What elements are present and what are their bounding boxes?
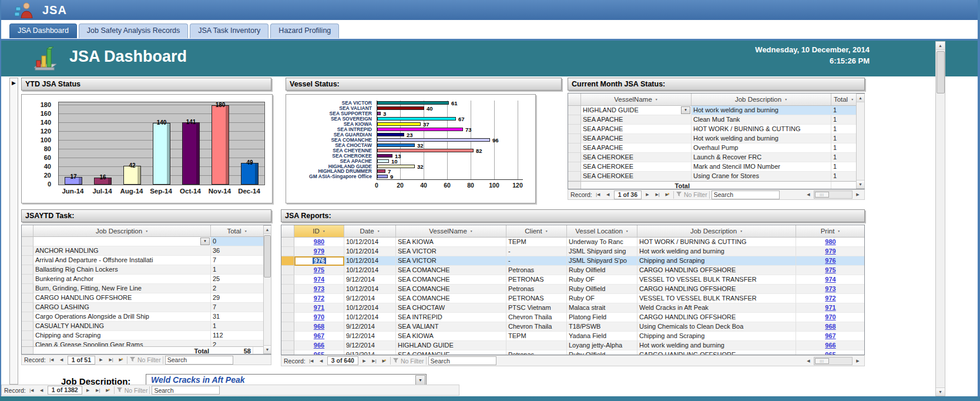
table-row[interactable]: 97010/12/2014SEA INTREPIDChevron ThailaP… [281, 313, 864, 322]
new-record-button[interactable]: ▶* [380, 357, 388, 365]
vessel-location-cell[interactable]: Ruby OF [567, 294, 637, 303]
hscroll-left-button[interactable]: ◀ [804, 357, 813, 365]
print-link[interactable]: 965 [825, 351, 835, 355]
vesselname-cell[interactable]: SEA COMANCHE [396, 285, 506, 294]
row-selector[interactable] [568, 134, 581, 143]
date-cell[interactable]: 9/12/2014 [344, 350, 396, 355]
job-description-cell[interactable]: VESSEL TO VESSEL BULK TRANSFER [637, 275, 796, 285]
hscroll-thumb[interactable]: ||| [815, 192, 829, 198]
job-description-cell[interactable]: CARGO HANDLING OFFSHORE [637, 266, 796, 275]
search-input[interactable] [711, 191, 780, 199]
scroll-down-button[interactable]: ▼ [857, 180, 864, 188]
client-cell[interactable]: TEPM [506, 238, 567, 247]
vesselname-cell[interactable]: SEA CHEROKEE [581, 162, 692, 172]
id-link[interactable]: 975 [314, 266, 324, 273]
job-description-cell[interactable]: Chipping and Scraping [637, 256, 796, 266]
total-cell[interactable]: 1 [831, 134, 857, 143]
column-header-vesselname[interactable]: VesselName▼ [396, 225, 506, 237]
id-link[interactable]: 974 [314, 276, 324, 283]
vesselname-cell[interactable]: SEA COMANCHE [396, 294, 506, 303]
row-selector[interactable] [568, 162, 581, 172]
id-cell[interactable]: 980 [294, 238, 344, 247]
client-cell[interactable]: Chevron Thaila [506, 322, 567, 332]
vesselname-cell[interactable]: SEA KIOWA [396, 332, 506, 341]
search-input[interactable] [428, 356, 496, 365]
row-selector[interactable] [281, 285, 294, 294]
filter-arrow-icon[interactable]: ▼ [655, 98, 658, 101]
client-cell[interactable] [506, 341, 567, 350]
print-link[interactable]: 976 [825, 257, 835, 264]
vesselname-cell[interactable]: HIGHLAND GUIDE▼ [581, 106, 692, 115]
date-cell[interactable]: 10/12/2014 [344, 303, 396, 313]
print-link[interactable]: 967 [825, 332, 835, 339]
vessel-location-cell[interactable]: Platong Field [567, 313, 637, 322]
date-cell[interactable]: 10/12/2014 [344, 285, 396, 294]
date-cell[interactable]: 10/12/2014 [344, 313, 396, 322]
row-selector[interactable] [281, 247, 294, 256]
row-selector[interactable] [22, 293, 33, 303]
total-cell[interactable]: 31 [211, 312, 264, 322]
job-description-cell[interactable]: HOT WORK / BURNING & CUTTING [637, 238, 796, 247]
id-link[interactable]: 972 [314, 295, 324, 302]
column-header-job-description[interactable]: Job Description▼ [33, 225, 211, 236]
print-link[interactable]: 975 [825, 266, 835, 273]
vesselname-cell[interactable]: HIGHLAND GUIDE [396, 341, 506, 350]
vesselname-cell[interactable]: SEA APACHE [581, 125, 692, 134]
print-link[interactable]: 968 [825, 323, 835, 330]
vesselname-cell[interactable]: SEA KIOWA [396, 238, 506, 247]
date-cell[interactable]: 10/12/2014 [344, 247, 396, 256]
job-description-cell[interactable]: Chipping and Scraping [33, 331, 211, 340]
date-cell[interactable]: 10/12/2014 [344, 256, 396, 266]
id-cell[interactable]: 965 [294, 350, 344, 355]
id-cell[interactable]: 973 [294, 285, 344, 294]
id-link[interactable]: 980 [314, 238, 324, 245]
hscroll-left-button[interactable]: ◀ [804, 191, 813, 199]
table-row[interactable]: CASUALTY HANDLING1 [22, 322, 271, 331]
row-selector[interactable] [568, 115, 581, 125]
job-description-cell[interactable]: Arrival And Departure - Offshore Install… [33, 256, 211, 265]
date-cell[interactable]: 9/12/2014 [344, 322, 396, 332]
print-cell[interactable]: 974 [796, 275, 864, 285]
row-selector[interactable] [281, 238, 294, 247]
job-description-cell[interactable]: CARGO HANDLING OFFSHORE [637, 350, 796, 355]
scroll-up-button[interactable]: ▲ [936, 42, 945, 50]
print-cell[interactable]: 975 [796, 266, 864, 275]
job-description-cell[interactable]: ▼ [33, 237, 211, 246]
vessel-location-cell[interactable]: Ruby Oilfield [567, 285, 637, 294]
job-description-cell[interactable]: Using Chemicals to Clean Deck Boa [637, 322, 796, 332]
table-row[interactable]: 98010/12/2014SEA KIOWATEPMUnderway To Ra… [281, 238, 864, 247]
client-cell[interactable]: PTSC Vietnam [506, 303, 567, 313]
row-selector[interactable] [22, 331, 33, 340]
client-cell[interactable]: PETRONAS [506, 275, 567, 285]
record-previous-button[interactable]: ◀ [58, 356, 66, 364]
id-link[interactable]: 966 [314, 342, 324, 349]
print-link[interactable]: 980 [825, 238, 835, 245]
scroll-up-button[interactable]: ▲ [857, 94, 864, 102]
total-cell[interactable]: 7 [211, 256, 264, 265]
table-row[interactable]: 9669/12/2014HIGHLAND GUIDELoyang jetty-A… [281, 341, 864, 350]
filter-arrow-icon[interactable]: ▼ [626, 229, 629, 233]
table-row[interactable]: Clean & Grease Spooling Gear Rams2 [22, 340, 271, 346]
vessel-location-cell[interactable]: Loyang jetty-Alpha [567, 341, 637, 350]
jsaytd-scrollbar[interactable]: ▲ ▼ [263, 225, 271, 354]
row-selector[interactable] [281, 313, 294, 322]
vesselname-cell[interactable]: SEA APACHE [581, 134, 692, 143]
search-input[interactable] [165, 356, 233, 365]
row-selector[interactable] [568, 172, 581, 181]
filter-arrow-icon[interactable]: ▼ [377, 229, 380, 233]
column-header-total[interactable]: Total▼ [211, 225, 264, 236]
job-description-cell[interactable]: Cargo Operations Alongside a Drill Ship [33, 312, 211, 322]
date-cell[interactable]: 9/12/2014 [344, 294, 396, 303]
print-cell[interactable]: 970 [796, 313, 864, 322]
table-row[interactable]: SEA CHEROKEELaunch & Recover FRC1 [568, 153, 864, 162]
table-row[interactable]: CARGO HANDLING OFFSHORE29 [22, 293, 271, 303]
total-cell[interactable]: 1 [831, 153, 857, 162]
record-first-button[interactable]: |◀ [48, 356, 56, 364]
row-selector[interactable] [22, 275, 33, 284]
column-header-client[interactable]: Client▼ [506, 225, 567, 237]
print-cell[interactable]: 967 [796, 332, 864, 341]
client-cell[interactable]: Petronas [506, 285, 567, 294]
print-link[interactable]: 973 [825, 285, 835, 292]
job-description-cell[interactable]: Burn, Grinding, Fitting, New Fire Line [33, 284, 211, 293]
vessel-location-cell[interactable]: Ruby OF [567, 275, 637, 285]
